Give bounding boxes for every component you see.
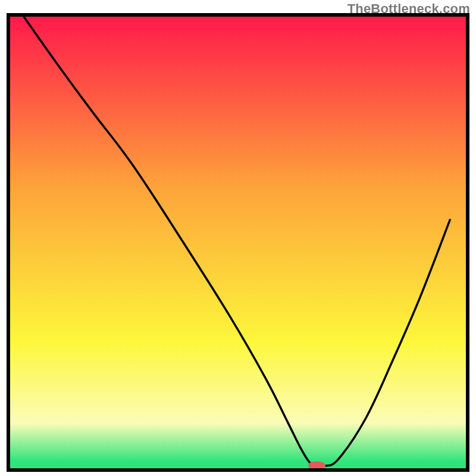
plot-area xyxy=(10,17,466,468)
watermark-text: TheBottleneck.com xyxy=(347,1,470,17)
bottleneck-chart xyxy=(0,0,476,476)
chart-stage: TheBottleneck.com xyxy=(0,0,476,476)
